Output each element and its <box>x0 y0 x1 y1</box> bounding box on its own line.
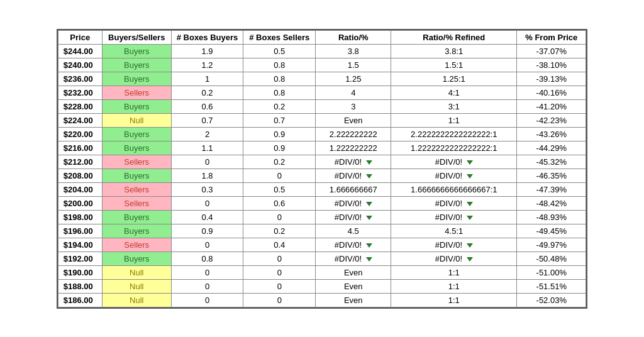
cell-ratio: 4 <box>316 86 391 99</box>
cell-buyers-sellers: Buyers <box>102 72 171 86</box>
triangle-icon <box>467 257 473 262</box>
table-row: $196.00Buyers0.90.24.54.5:1-49.45% <box>58 224 586 238</box>
cell-boxes-buyers: 0 <box>171 238 243 251</box>
cell-ratio-refined: 2.2222222222222222:1 <box>391 127 517 141</box>
cell-buyers-sellers: Sellers <box>102 196 171 210</box>
cell-price: $244.00 <box>58 44 102 58</box>
cell-from-price: -51.51% <box>517 279 586 293</box>
cell-ratio-refined: #DIV/0! <box>391 196 517 210</box>
table-row: $220.00Buyers20.92.2222222222.2222222222… <box>58 127 586 141</box>
cell-ratio-refined: 4:1 <box>391 86 517 99</box>
cell-boxes-buyers: 0.3 <box>171 182 243 196</box>
cell-boxes-buyers: 0 <box>171 155 243 168</box>
triangle-icon <box>467 202 473 206</box>
cell-from-price: -37.07% <box>517 44 586 58</box>
cell-boxes-sellers: 0.8 <box>243 58 316 72</box>
header-boxes-sellers: # Boxes Sellers <box>243 30 316 44</box>
table-row: $224.00Null0.70.7Even1:1-42.23% <box>58 113 586 127</box>
cell-price: $188.00 <box>58 279 102 293</box>
cell-ratio-refined: #DIV/0! <box>391 251 517 265</box>
cell-ratio-refined: 1.5:1 <box>391 58 517 72</box>
cell-price: $200.00 <box>58 196 102 210</box>
cell-boxes-sellers: 0.9 <box>243 127 316 141</box>
cell-buyers-sellers: Buyers <box>102 44 171 58</box>
header-ratio: Ratio/% <box>316 30 391 44</box>
table-row: $232.00Sellers0.20.844:1-40.16% <box>58 86 586 99</box>
table-row: $186.00Null00Even1:1-52.03% <box>58 293 586 307</box>
table-row: $240.00Buyers1.20.81.51.5:1-38.10% <box>58 58 586 72</box>
cell-ratio-refined: #DIV/0! <box>391 238 517 251</box>
cell-from-price: -49.45% <box>517 224 586 238</box>
cell-buyers-sellers: Buyers <box>102 210 171 224</box>
cell-boxes-sellers: 0.8 <box>243 86 316 99</box>
cell-ratio-refined: 4.5:1 <box>391 224 517 238</box>
cell-buyers-sellers: Sellers <box>102 155 171 168</box>
cell-ratio-refined: 1:1 <box>391 113 517 127</box>
triangle-icon <box>366 160 372 165</box>
cell-boxes-sellers: 0.6 <box>243 196 316 210</box>
cell-ratio: #DIV/0! <box>316 196 391 210</box>
cell-boxes-buyers: 0.7 <box>171 113 243 127</box>
cell-boxes-sellers: 0.2 <box>243 99 316 113</box>
cell-ratio: Even <box>316 113 391 127</box>
cell-buyers-sellers: Sellers <box>102 182 171 196</box>
cell-ratio: Even <box>316 293 391 307</box>
cell-boxes-buyers: 0 <box>171 279 243 293</box>
cell-from-price: -44.29% <box>517 141 586 155</box>
cell-buyers-sellers: Null <box>102 113 171 127</box>
cell-boxes-buyers: 0.4 <box>171 210 243 224</box>
cell-buyers-sellers: Buyers <box>102 141 171 155</box>
cell-ratio: Even <box>316 265 391 279</box>
cell-ratio: 2.222222222 <box>316 127 391 141</box>
header-from-price: % From Price <box>517 30 586 44</box>
header-boxes-buyers: # Boxes Buyers <box>171 30 243 44</box>
triangle-icon <box>366 257 372 262</box>
cell-boxes-buyers: 0.6 <box>171 99 243 113</box>
cell-boxes-buyers: 1 <box>171 72 243 86</box>
cell-ratio: #DIV/0! <box>316 238 391 251</box>
cell-ratio: 1.666666667 <box>316 182 391 196</box>
cell-price: $194.00 <box>58 238 102 251</box>
cell-from-price: -50.48% <box>517 251 586 265</box>
cell-from-price: -45.32% <box>517 155 586 168</box>
cell-from-price: -48.93% <box>517 210 586 224</box>
cell-boxes-buyers: 0.9 <box>171 224 243 238</box>
cell-boxes-buyers: 1.9 <box>171 44 243 58</box>
cell-price: $232.00 <box>58 86 102 99</box>
cell-from-price: -49.97% <box>517 238 586 251</box>
cell-buyers-sellers: Buyers <box>102 127 171 141</box>
cell-price: $220.00 <box>58 127 102 141</box>
cell-ratio-refined: #DIV/0! <box>391 168 517 182</box>
header-price: Price <box>58 30 102 44</box>
cell-ratio-refined: 1:1 <box>391 265 517 279</box>
cell-boxes-sellers: 0 <box>243 168 316 182</box>
cell-from-price: -52.03% <box>517 293 586 307</box>
cell-ratio: Even <box>316 279 391 293</box>
cell-buyers-sellers: Buyers <box>102 58 171 72</box>
cell-buyers-sellers: Sellers <box>102 238 171 251</box>
cell-boxes-sellers: 0.5 <box>243 44 316 58</box>
cell-ratio: #DIV/0! <box>316 210 391 224</box>
cell-price: $204.00 <box>58 182 102 196</box>
triangle-icon <box>467 243 473 248</box>
cell-buyers-sellers: Buyers <box>102 251 171 265</box>
cell-price: $190.00 <box>58 265 102 279</box>
cell-boxes-buyers: 0 <box>171 265 243 279</box>
data-table: Price Buyers/Sellers # Boxes Buyers # Bo… <box>58 30 587 307</box>
table-row: $200.00Sellers00.6#DIV/0! #DIV/0! -48.42… <box>58 196 586 210</box>
table-row: $212.00Sellers00.2#DIV/0! #DIV/0! -45.32… <box>58 155 586 168</box>
cell-price: $196.00 <box>58 224 102 238</box>
triangle-icon <box>366 174 372 179</box>
cell-boxes-sellers: 0.2 <box>243 155 316 168</box>
cell-ratio: 3.8 <box>316 44 391 58</box>
cell-price: $192.00 <box>58 251 102 265</box>
cell-from-price: -40.16% <box>517 86 586 99</box>
cell-price: $198.00 <box>58 210 102 224</box>
cell-ratio-refined: #DIV/0! <box>391 210 517 224</box>
cell-boxes-buyers: 0 <box>171 196 243 210</box>
cell-ratio-refined: 1:1 <box>391 293 517 307</box>
cell-from-price: -39.13% <box>517 72 586 86</box>
cell-boxes-sellers: 0 <box>243 210 316 224</box>
cell-ratio: 4.5 <box>316 224 391 238</box>
cell-price: $224.00 <box>58 113 102 127</box>
